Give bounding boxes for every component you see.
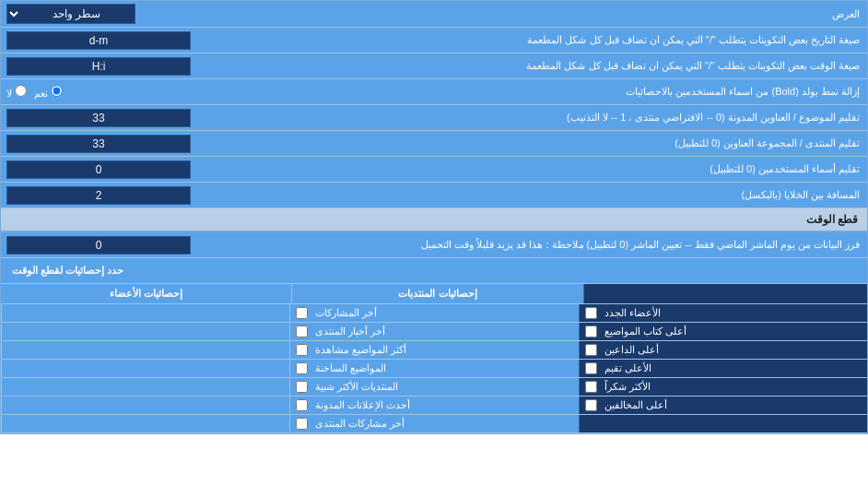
empty-col-2 [1, 323, 289, 340]
forum-item-2: أخر أخبار المنتدى [289, 323, 578, 340]
empty-col-1 [1, 304, 289, 322]
radio-no[interactable] [15, 85, 27, 97]
cell-spacing-label: المسافة بين الخلايا (بالبكسل) [259, 185, 867, 205]
checkbox-forum-2[interactable] [296, 325, 308, 337]
checkbox-member-4[interactable] [585, 362, 597, 374]
time-format-input[interactable] [6, 57, 191, 76]
empty-col-4 [1, 360, 289, 377]
checkbox-forum-5[interactable] [296, 381, 308, 393]
checkbox-forum-6[interactable] [296, 399, 308, 411]
empty-col-5 [1, 378, 289, 396]
forum-item-5: المنتديات الأكثر شبية [289, 378, 578, 396]
usernames-trim-label: تقليم أسماء المستخدمين (0 للتطبيل) [259, 160, 867, 179]
cutoff-section-header: قطع الوقت [1, 208, 867, 232]
cell-spacing-input[interactable] [6, 186, 191, 205]
member-item-3: أعلى الداعين [579, 341, 867, 359]
col-header-members: إحصائيات الأعضاء [1, 284, 291, 303]
col-header-forums: إحصائيات المنتديات [291, 284, 582, 303]
forum-titles-label: تقليم المنتدى / المجموعة العناوين (0 للت… [259, 134, 867, 153]
bold-remove-label: إزالة نمط بولد (Bold) من اسماء المستخدمي… [259, 82, 867, 101]
empty-col-3 [1, 341, 289, 359]
radio-yes[interactable] [51, 85, 63, 97]
forum-titles-input[interactable] [6, 135, 191, 153]
date-format-input[interactable] [6, 31, 191, 50]
member-item-1: الأعضاء الجدد [579, 304, 867, 322]
subject-titles-input[interactable] [6, 109, 191, 127]
empty-member-7 [579, 415, 867, 432]
checkbox-forum-4[interactable] [296, 362, 308, 374]
member-item-4: الأعلى تقيم [579, 360, 867, 377]
display-mode-label: العرض [259, 5, 867, 24]
cutoff-limit-label: حدد إحصائيات لقطع الوقت [12, 265, 123, 277]
checkbox-member-1[interactable] [585, 307, 597, 319]
checkbox-member-3[interactable] [585, 344, 597, 356]
empty-col-6 [1, 396, 289, 414]
time-format-label: صيغة الوقت بعض التكوينات يتطلب "/" التي … [259, 56, 867, 76]
cutoff-days-input[interactable] [6, 236, 191, 254]
forum-item-4: المواضيع الساخنة [289, 360, 578, 377]
cutoff-days-label: فرز البيانات من يوم الماشر الماضي فقط --… [259, 235, 867, 254]
radio-yes-label: نعم [34, 85, 63, 100]
empty-col-7 [1, 415, 289, 432]
forum-item-1: أخر المشاركات [289, 304, 578, 322]
checkbox-member-6[interactable] [585, 399, 597, 411]
date-format-label: صيغة التاريخ بعض التكوينات يتطلب "/" الت… [259, 30, 867, 50]
checkbox-forum-3[interactable] [296, 344, 308, 356]
display-mode-select[interactable]: سطر واحد سطرين ثلاثة أسطر [6, 4, 135, 24]
radio-no-label: لا [6, 85, 27, 100]
forum-item-3: أكثر المواضيع مشاهدة [289, 341, 578, 359]
checkbox-forum-1[interactable] [296, 307, 308, 319]
checkbox-member-2[interactable] [585, 325, 597, 337]
forum-item-7: أخر مشاركات المنتدى [289, 415, 578, 432]
checkbox-forum-7[interactable] [296, 418, 308, 430]
subject-titles-label: تقليم الموضوع / العناوين المدونة (0 -- ا… [259, 108, 867, 127]
member-item-5: الأكثر شكراً [579, 378, 867, 396]
forum-item-6: أحدث الإعلانات المدونة [289, 396, 578, 414]
usernames-trim-input[interactable] [6, 160, 191, 179]
member-item-6: أعلى المخالفين [579, 396, 867, 414]
member-item-2: أعلى كتاب المواضيع [579, 323, 867, 340]
checkbox-member-5[interactable] [585, 381, 597, 393]
